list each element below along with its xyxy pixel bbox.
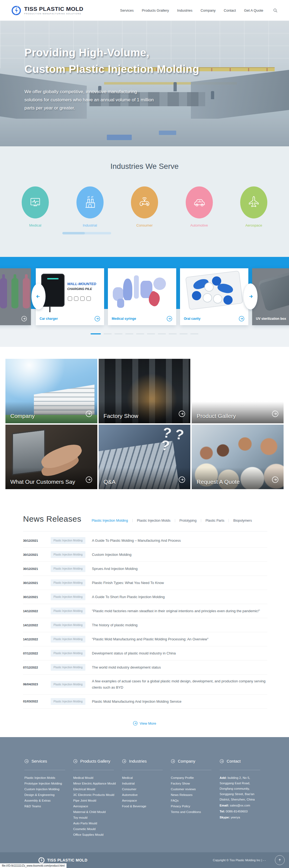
search-icon[interactable] bbox=[273, 8, 278, 13]
footer-link[interactable]: Minor Electric Appliance Mould bbox=[73, 781, 122, 786]
footer-link[interactable]: Pipe Joint Mould bbox=[73, 798, 122, 804]
footer-link[interactable]: Medical bbox=[122, 775, 171, 781]
tile-qa[interactable]: Q&A bbox=[99, 425, 191, 489]
carousel-card-car-charger[interactable]: WALL-MOUNTED CHARGING PILE Car charger bbox=[36, 268, 104, 325]
news-tab-plastic-injection-molding[interactable]: Plastic Injection Molding bbox=[92, 519, 128, 523]
industry-automotive[interactable]: Automotive bbox=[180, 186, 218, 227]
footer-link[interactable]: Customer reviews bbox=[171, 786, 220, 792]
footer-link[interactable]: Cosmetic Mould bbox=[73, 826, 122, 832]
footer-link[interactable]: Aerospace bbox=[73, 804, 122, 809]
pagination-dash[interactable] bbox=[179, 333, 187, 334]
carousel-card-partial-left[interactable] bbox=[0, 268, 31, 325]
news-item-title[interactable]: "Plastic mold factories remain steadfast… bbox=[92, 608, 260, 614]
footer-link[interactable]: Factory Show bbox=[171, 781, 220, 786]
pagination-dash[interactable] bbox=[169, 333, 177, 334]
news-category-badge[interactable]: Plastic Injection Molding bbox=[51, 565, 85, 572]
nav-get-a-quote[interactable]: Get A Quote bbox=[244, 8, 263, 12]
footer-link[interactable]: Prototype Injection Molding bbox=[24, 781, 73, 786]
industry-consumer[interactable]: Consumer bbox=[125, 186, 164, 227]
footer-link[interactable]: Aerospace bbox=[122, 798, 171, 804]
news-category-badge[interactable]: Plastic Injection Molding bbox=[51, 579, 85, 586]
news-item-title[interactable]: A Guide To Plastic Molding – Manufacturi… bbox=[92, 537, 181, 544]
footer-link[interactable]: Company Profile bbox=[171, 775, 220, 781]
footer-link[interactable]: Plastic Injection Molds bbox=[24, 775, 73, 781]
footer-link[interactable]: Toy mould bbox=[73, 815, 122, 820]
pagination-dash[interactable] bbox=[125, 333, 134, 334]
industries-scrollbar[interactable] bbox=[62, 232, 111, 235]
news-category-badge[interactable]: Plastic Injection Molding bbox=[51, 622, 85, 628]
news-category-badge[interactable]: Plastic Injection Molding bbox=[51, 537, 85, 544]
footer-link[interactable]: R&D Teams bbox=[24, 804, 73, 809]
nav-company[interactable]: Company bbox=[201, 8, 216, 12]
carousel-next-button[interactable] bbox=[243, 283, 258, 309]
carousel-card-medical-syringe[interactable]: Medical syringe bbox=[108, 268, 176, 325]
arrow-circle-icon[interactable] bbox=[94, 316, 100, 322]
pagination-dash[interactable] bbox=[114, 333, 122, 334]
news-category-badge[interactable]: Plastic Injection Molding bbox=[51, 608, 85, 614]
nav-products-gallery[interactable]: Products Grallery bbox=[142, 8, 169, 12]
site-logo[interactable]: TISS PLASTIC MOLD PRODUCTION MANUFACTURI… bbox=[11, 5, 84, 16]
footer-link[interactable]: Medical Mould bbox=[73, 775, 122, 781]
footer-link[interactable]: Design & Engineering bbox=[24, 792, 73, 798]
footer-link[interactable]: Custom Injection Molding bbox=[24, 786, 73, 792]
news-category-badge[interactable]: Plastic Injection Molding bbox=[51, 681, 85, 688]
news-item-title[interactable]: A Guide To Short Run Plastic Injection M… bbox=[92, 594, 165, 600]
footer-link[interactable]: FAQs bbox=[171, 798, 220, 804]
carousel-card-uv-sterilization-box[interactable]: UV sterilization box bbox=[252, 268, 289, 325]
tile-factory-show[interactable]: Factory Show bbox=[99, 359, 191, 423]
footer-link[interactable]: Consumer bbox=[122, 786, 171, 792]
news-item-title[interactable]: A few examples of actual cases for a glo… bbox=[92, 678, 267, 691]
news-category-badge[interactable]: Plastic Injection Molding bbox=[51, 593, 85, 600]
arrow-circle-icon[interactable] bbox=[167, 316, 172, 322]
industry-aerospace-label[interactable]: Aerospace bbox=[245, 223, 262, 227]
news-item-title[interactable]: The history of plastic molding bbox=[92, 622, 138, 628]
nav-contact[interactable]: Contact bbox=[224, 8, 236, 12]
scroll-to-top-button[interactable] bbox=[275, 855, 285, 865]
news-category-badge[interactable]: Plastic Injection Molding bbox=[51, 551, 85, 558]
news-tab-plastic-parts[interactable]: Plastic Parts bbox=[205, 519, 224, 523]
news-tab-biopolymers[interactable]: Biopolymers bbox=[233, 519, 252, 523]
footer-link[interactable]: Auto Parts Mould bbox=[73, 820, 122, 826]
news-item-title[interactable]: "Plastic Mold Manufacturing and Plastic … bbox=[92, 636, 208, 642]
news-tab-plastic-injection-molds[interactable]: Plastic Injection Molds bbox=[137, 519, 171, 523]
industry-medical-label[interactable]: Medical bbox=[29, 223, 41, 227]
carousel-card-oral-cavity[interactable]: Oral cavity bbox=[180, 268, 248, 325]
news-category-badge[interactable]: Plastic Injection Molding bbox=[51, 664, 85, 671]
tile-product-gallery[interactable]: Product Gallery bbox=[192, 359, 284, 423]
footer-link[interactable]: Food & Beverage bbox=[122, 804, 171, 809]
footer-link[interactable]: Office Supplies Mould bbox=[73, 832, 122, 838]
news-item-title[interactable]: Development status of plastic mould indu… bbox=[92, 650, 176, 656]
industry-automotive-label[interactable]: Automotive bbox=[190, 223, 208, 227]
news-item-title[interactable]: Custom Injection Molding bbox=[92, 552, 132, 558]
nav-services[interactable]: Services bbox=[120, 8, 134, 12]
view-more-button[interactable]: View More bbox=[0, 721, 289, 726]
industry-industrial[interactable]: Industrial bbox=[71, 186, 109, 227]
arrow-circle-icon[interactable] bbox=[238, 316, 244, 322]
industry-industrial-label[interactable]: Industrial bbox=[83, 223, 97, 227]
pagination-dash[interactable] bbox=[147, 333, 155, 334]
industry-aerospace[interactable]: Aerospace bbox=[235, 186, 273, 227]
footer-link[interactable]: Electrical Mould bbox=[73, 786, 122, 792]
news-item-title[interactable]: Plastic Mold Manufacturing And Injection… bbox=[92, 699, 181, 705]
pagination-dash[interactable] bbox=[136, 333, 144, 334]
pagination-dash[interactable] bbox=[158, 333, 166, 334]
footer-link[interactable]: Automotive bbox=[122, 792, 171, 798]
footer-link[interactable]: Maternal & Child Mould bbox=[73, 809, 122, 815]
footer-link[interactable]: News Releases bbox=[171, 792, 220, 798]
pagination-dash[interactable] bbox=[91, 333, 101, 334]
tile-what-our-customers-say[interactable]: What Our Customers Say bbox=[5, 425, 97, 489]
carousel-prev-button[interactable] bbox=[31, 283, 46, 309]
pagination-dash[interactable] bbox=[104, 333, 112, 334]
news-tab-prototyping[interactable]: Prototyping bbox=[179, 519, 197, 523]
tile-company[interactable]: Company bbox=[5, 359, 97, 423]
industry-consumer-label[interactable]: Consumer bbox=[136, 223, 153, 227]
footer-link[interactable]: Privacy Policy bbox=[171, 804, 220, 809]
footer-link[interactable]: Industrial bbox=[122, 781, 171, 786]
footer-link[interactable]: 3C Electronic Products Mould bbox=[73, 792, 122, 798]
pagination-dash[interactable] bbox=[190, 333, 198, 334]
news-category-badge[interactable]: Plastic Injection Molding bbox=[51, 650, 85, 657]
news-category-badge[interactable]: Plastic Injection Molding bbox=[51, 636, 85, 643]
industry-medical[interactable]: Medical bbox=[16, 186, 54, 227]
news-item-title[interactable]: Sprues And Injection Molding bbox=[92, 565, 138, 572]
footer-link[interactable]: Terms and Conditions bbox=[171, 809, 220, 815]
